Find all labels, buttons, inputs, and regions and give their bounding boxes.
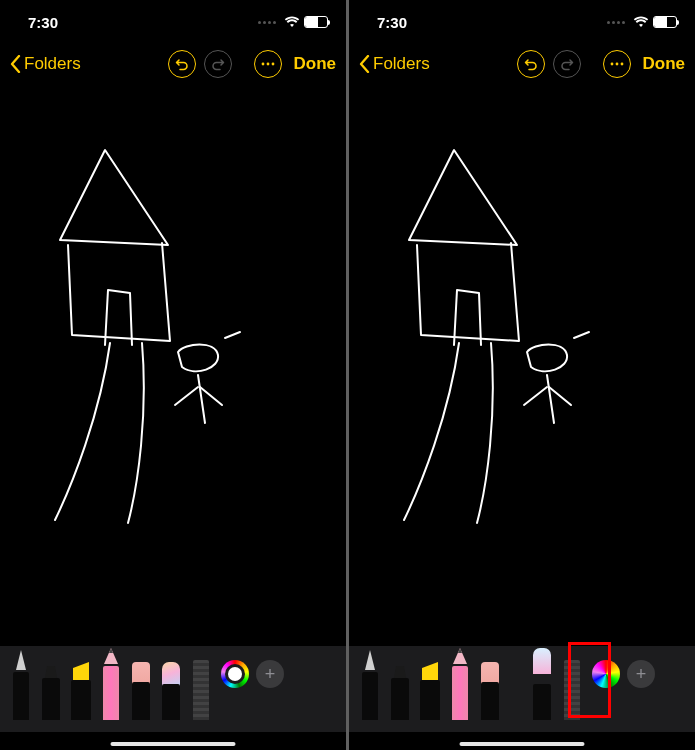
status-bar: 7:30 59 [0,0,346,38]
svg-point-5 [620,63,623,66]
undo-button[interactable] [517,50,545,78]
redo-icon [211,57,225,71]
screenshot-left: 7:30 59 Folders Done [0,0,346,750]
back-button[interactable]: Folders [359,54,430,74]
nav-bar: Folders Done [0,42,346,86]
status-bar: 7:30 59 [349,0,695,38]
tools-toolbar: + [0,646,346,732]
eraser-tool[interactable] [128,662,154,720]
color-picker-button[interactable] [221,660,249,688]
chevron-left-icon [359,55,370,73]
paint-tool[interactable] [529,648,555,720]
battery-icon: 59 [653,16,677,28]
home-indicator[interactable] [111,742,236,746]
marker-tool[interactable] [38,662,64,720]
pagination-dots [607,21,625,24]
svg-point-3 [610,63,613,66]
undo-icon [524,57,538,71]
ruler-tool[interactable] [188,650,214,720]
wifi-icon [284,16,300,28]
status-time: 7:30 [28,14,58,31]
nav-bar: Folders Done [349,42,695,86]
battery-icon: 59 [304,16,328,28]
redo-button[interactable] [204,50,232,78]
add-tool-button[interactable]: + [627,660,655,688]
status-time: 7:30 [377,14,407,31]
status-right-cluster: 59 [607,16,677,28]
svg-point-2 [271,63,274,66]
eraser-tool[interactable] [477,662,503,720]
back-button[interactable]: Folders [10,54,81,74]
svg-point-4 [615,63,618,66]
pencil-tool[interactable] [98,650,124,720]
back-label: Folders [373,54,430,74]
wifi-icon [633,16,649,28]
home-indicator[interactable] [460,742,585,746]
svg-point-0 [261,63,264,66]
back-label: Folders [24,54,81,74]
undo-button[interactable] [168,50,196,78]
ruler-tool[interactable] [559,650,585,720]
pen-tool[interactable] [8,650,34,720]
pencil-tool[interactable] [447,650,473,720]
done-button[interactable]: Done [643,54,686,74]
redo-icon [560,57,574,71]
battery-percentage: 59 [654,17,676,27]
pagination-dots [258,21,276,24]
ellipsis-icon [261,62,275,66]
add-tool-button[interactable]: + [256,660,284,688]
more-button[interactable] [603,50,631,78]
status-right-cluster: 59 [258,16,328,28]
paint-tool[interactable] [158,662,184,720]
highlighter-tool[interactable] [417,662,443,720]
screenshot-right: 7:30 59 Folders Done [349,0,695,750]
done-button[interactable]: Done [294,54,337,74]
chevron-left-icon [10,55,21,73]
marker-tool[interactable] [387,662,413,720]
redo-button[interactable] [553,50,581,78]
pen-tool[interactable] [357,650,383,720]
plus-icon: + [265,664,276,685]
undo-icon [175,57,189,71]
battery-percentage: 59 [305,17,327,27]
color-picker-button[interactable] [592,660,620,688]
drawing-canvas[interactable] [0,100,346,630]
plus-icon: + [636,664,647,685]
tools-toolbar: + [349,646,695,732]
ellipsis-icon [610,62,624,66]
more-button[interactable] [254,50,282,78]
drawing-canvas[interactable] [349,100,695,630]
highlighter-tool[interactable] [68,662,94,720]
svg-point-1 [266,63,269,66]
